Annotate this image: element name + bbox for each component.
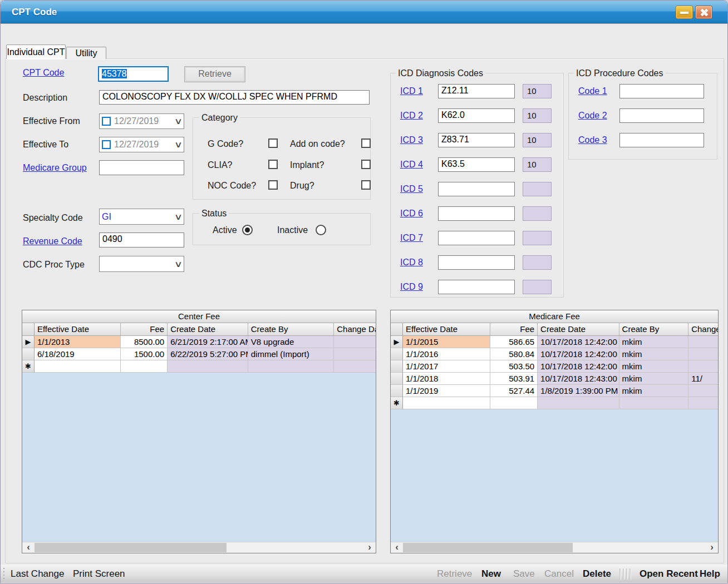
table-row[interactable]: ▶ 1/1/2013 8500.00 6/21/2019 2:17:00 AM … — [22, 336, 376, 348]
col-effective-date[interactable]: Effective Date — [403, 323, 490, 335]
cell-create-by[interactable] — [619, 397, 689, 409]
proc-code3-link[interactable]: Code 3 — [578, 135, 607, 145]
col-create-date[interactable]: Create Date — [168, 323, 248, 335]
g-code-checkbox[interactable] — [268, 138, 278, 148]
cell-change-date[interactable]: 11/ — [688, 373, 718, 385]
description-input[interactable]: COLONOSCOPY FLX DX W/COLLJ SPEC WHEN PFR… — [99, 90, 370, 105]
tab-utility[interactable]: Utility — [66, 47, 106, 59]
close-icon[interactable] — [695, 6, 712, 19]
cell-create-by[interactable]: mkim — [619, 373, 689, 385]
effective-from-datepicker[interactable]: 12/27/2019 ∨ — [99, 113, 184, 129]
icd9-input[interactable] — [438, 280, 515, 294]
scrollbar-thumb[interactable] — [403, 543, 573, 552]
proc-code3-input[interactable] — [619, 133, 704, 147]
icd2-link[interactable]: ICD 2 — [400, 111, 423, 121]
icd3-link[interactable]: ICD 3 — [400, 135, 423, 145]
cell-create-date[interactable]: 10/17/2018 12:43:00 — [538, 373, 619, 385]
cpt-code-link[interactable]: CPT Code — [23, 68, 64, 78]
scroll-left-icon[interactable]: ‹ — [23, 542, 33, 553]
cell-create-date[interactable] — [168, 360, 248, 373]
row-selector[interactable] — [391, 385, 403, 397]
cell-create-by[interactable]: mkim — [619, 360, 689, 373]
col-create-by[interactable]: Create By — [619, 323, 689, 335]
icd3-input[interactable]: Z83.71 — [438, 133, 515, 147]
icd7-input[interactable] — [438, 231, 515, 245]
cell-create-by[interactable] — [248, 360, 335, 373]
cell-fee[interactable]: 586.65 — [490, 336, 538, 348]
noc-code-checkbox[interactable] — [268, 180, 278, 190]
cell-create-date[interactable]: 10/17/2018 12:42:00 — [538, 360, 619, 373]
cell-create-date[interactable]: 6/21/2019 2:17:00 AM — [168, 336, 248, 348]
icd8-link[interactable]: ICD 8 — [400, 258, 423, 268]
cell-effective-date[interactable]: 1/1/2017 — [403, 360, 490, 373]
cell-change-date[interactable] — [688, 360, 718, 373]
cell-change-date[interactable] — [334, 360, 376, 373]
add-on-code-checkbox[interactable] — [361, 138, 371, 148]
cell-effective-date[interactable]: 1/1/2015 — [403, 336, 490, 348]
retrieve-button[interactable]: Retrieve — [184, 66, 245, 82]
cell-effective-date[interactable]: 1/1/2018 — [403, 373, 490, 385]
cell-fee[interactable]: 1500.00 — [121, 348, 168, 360]
icd9-link[interactable]: ICD 9 — [400, 282, 423, 292]
proc-code1-input[interactable] — [619, 84, 704, 98]
cell-create-date[interactable]: 1/8/2019 1:39:00 PM — [538, 385, 619, 397]
tab-individual-cpt[interactable]: Individual CPT — [6, 44, 66, 59]
effective-to-checkbox[interactable] — [102, 140, 111, 149]
icd5-input[interactable] — [438, 182, 515, 196]
icd7-link[interactable]: ICD 7 — [400, 233, 423, 243]
titlebar[interactable]: CPT Code — [1, 1, 727, 24]
cell-create-by[interactable]: mkim — [619, 336, 689, 348]
chevron-down-icon[interactable]: ∨ — [174, 116, 183, 126]
col-fee[interactable]: Fee — [121, 323, 168, 335]
chevron-down-icon[interactable]: ∨ — [174, 212, 183, 222]
cell-create-by[interactable]: mkim — [619, 385, 689, 397]
specialty-code-select[interactable]: GI ∨ — [99, 209, 184, 225]
scroll-right-icon[interactable]: › — [365, 542, 375, 553]
proc-code2-link[interactable]: Code 2 — [578, 111, 607, 121]
effective-from-checkbox[interactable] — [102, 117, 111, 126]
cell-change-date[interactable] — [334, 348, 376, 360]
proc-code2-input[interactable] — [619, 108, 704, 123]
cell-create-date[interactable]: 10/17/2018 12:42:00 — [538, 348, 619, 360]
row-selector[interactable] — [22, 348, 35, 360]
cell-create-by[interactable]: V8 upgrade — [248, 336, 335, 348]
cell-create-date[interactable]: 10/17/2018 12:42:00 — [538, 336, 619, 348]
cell-change-date[interactable] — [334, 336, 376, 348]
minimize-icon[interactable] — [676, 6, 693, 19]
chevron-down-icon[interactable]: ∨ — [174, 259, 183, 269]
cell-fee[interactable]: 527.44 — [490, 385, 538, 397]
cell-effective-date[interactable]: 1/1/2019 — [403, 385, 490, 397]
cdc-proc-type-select[interactable]: ∨ — [99, 256, 184, 272]
cell-fee[interactable] — [490, 397, 538, 409]
proc-code1-link[interactable]: Code 1 — [578, 86, 607, 96]
cell-effective-date[interactable]: 1/1/2016 — [403, 348, 490, 360]
icd4-input[interactable]: K63.5 — [438, 157, 515, 172]
scroll-left-icon[interactable]: ‹ — [392, 542, 402, 553]
cell-fee[interactable]: 8500.00 — [121, 336, 168, 348]
cell-change-date[interactable] — [688, 336, 718, 348]
col-fee[interactable]: Fee — [490, 323, 538, 335]
cell-effective-date[interactable]: 6/18/2019 — [35, 348, 121, 360]
table-row[interactable]: 1/1/2018 503.91 10/17/2018 12:43:00 mkim… — [391, 373, 718, 385]
chevron-down-icon[interactable]: ∨ — [174, 140, 183, 150]
active-radio[interactable] — [242, 225, 253, 235]
drug-checkbox[interactable] — [361, 180, 371, 190]
cell-create-by[interactable]: dimmel (Import) — [248, 348, 335, 360]
icd1-input[interactable]: Z12.11 — [438, 84, 515, 98]
table-row[interactable]: 1/1/2017 503.50 10/17/2018 12:42:00 mkim — [391, 360, 718, 373]
row-selector[interactable] — [391, 360, 403, 373]
icd6-input[interactable] — [438, 206, 515, 221]
cell-effective-date[interactable]: 1/1/2013 — [35, 336, 121, 348]
col-create-by[interactable]: Create By — [248, 323, 335, 335]
cell-fee[interactable] — [121, 360, 168, 373]
col-change-date[interactable]: Change Date — [334, 323, 376, 335]
clia-checkbox[interactable] — [268, 160, 278, 169]
col-change-date[interactable]: Change Date — [688, 323, 718, 335]
open-recent-button[interactable]: Open Recent — [640, 565, 698, 583]
cell-change-date[interactable] — [688, 385, 718, 397]
row-selector[interactable] — [391, 373, 403, 385]
cell-change-date[interactable] — [688, 397, 718, 409]
last-change-button[interactable]: Last Change — [11, 565, 64, 583]
cell-fee[interactable]: 503.91 — [490, 373, 538, 385]
cell-change-date[interactable] — [688, 348, 718, 360]
